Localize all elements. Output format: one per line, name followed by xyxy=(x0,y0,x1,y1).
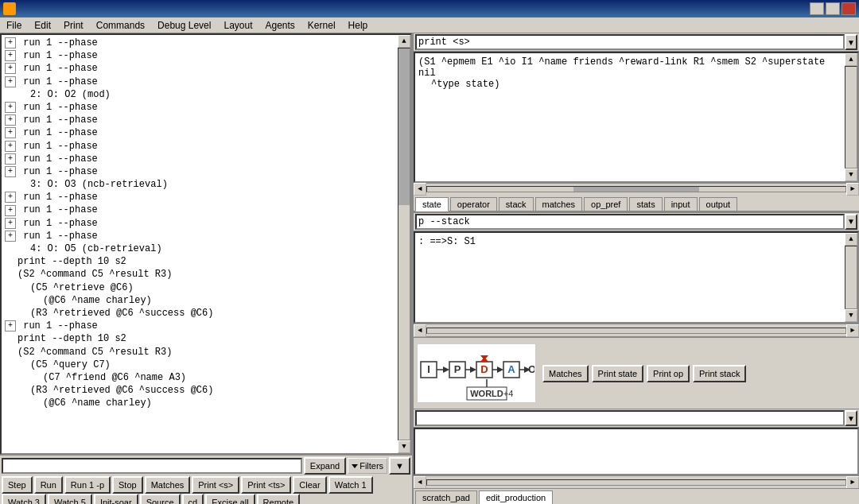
stack-dropdown-button[interactable]: ▼ xyxy=(845,214,857,230)
stack-vscroll-track xyxy=(845,246,857,309)
step-button[interactable]: Step xyxy=(2,476,33,494)
watch5-button[interactable]: Watch 5 xyxy=(48,494,92,504)
init-soar-button[interactable]: Init-soar xyxy=(94,494,138,504)
expand-icon-1[interactable]: + xyxy=(5,50,16,61)
expand-icon-12[interactable]: + xyxy=(5,192,16,203)
output-line-19: (C5 ^retrieve @C6) xyxy=(5,281,395,294)
tab-op-pref[interactable]: op_pref xyxy=(584,197,628,211)
expand-icon-6[interactable]: + xyxy=(5,114,16,126)
expand-icon-3[interactable]: + xyxy=(5,76,16,87)
tab-state[interactable]: state xyxy=(415,197,449,211)
menu-help[interactable]: Help xyxy=(342,18,375,33)
expand-icon-13[interactable]: + xyxy=(5,205,16,216)
menu-kernel[interactable]: Kernel xyxy=(301,18,342,33)
vscroll-up-button[interactable]: ▲ xyxy=(398,35,410,48)
minimize-button[interactable] xyxy=(810,2,824,15)
stack-vscroll[interactable]: ▲ ▼ xyxy=(845,233,857,322)
excise-all-button[interactable]: Excise all xyxy=(205,494,255,504)
maximize-button[interactable] xyxy=(826,2,840,15)
output-line-10: + run 1 --phase xyxy=(5,165,395,178)
expand-icon-0[interactable]: + xyxy=(5,37,16,48)
stack-scroll-left-button[interactable]: ◄ xyxy=(414,324,426,337)
output-line-13: + run 1 --phase xyxy=(5,204,395,216)
expand-icon-15[interactable]: + xyxy=(5,231,16,242)
stack-vscroll-down[interactable]: ▼ xyxy=(845,309,857,322)
expand-icon-7[interactable]: + xyxy=(5,127,16,138)
scroll-right-button[interactable]: ► xyxy=(846,183,859,196)
filter-options-button[interactable]: ▼ xyxy=(389,457,410,475)
scratch-output[interactable] xyxy=(414,428,859,475)
expand-button[interactable]: Expand xyxy=(304,457,346,475)
scratch-tab-edit-production[interactable]: edit_production xyxy=(479,490,553,504)
scratch-scroll-right-button[interactable]: ► xyxy=(846,476,859,489)
menu-file[interactable]: File xyxy=(0,18,28,33)
print-ts-button[interactable]: Print <ts> xyxy=(241,476,291,494)
close-button[interactable] xyxy=(842,2,856,15)
stack-command-area: ▼ xyxy=(414,213,859,231)
print-stack-button[interactable]: Print stack xyxy=(693,365,746,382)
tab-stack[interactable]: stack xyxy=(499,197,534,211)
right-top-hscroll[interactable]: ◄ ► xyxy=(414,183,859,196)
menu-edit[interactable]: Edit xyxy=(28,18,57,33)
menu-debug-level[interactable]: Debug Level xyxy=(151,18,217,33)
scroll-left-button[interactable]: ◄ xyxy=(414,183,426,196)
left-vscroll[interactable]: ▲ ▼ xyxy=(398,35,410,453)
stack-command-input[interactable] xyxy=(415,214,845,230)
agent-matches-button[interactable]: Matches xyxy=(542,365,589,382)
tab-output[interactable]: output xyxy=(699,197,738,211)
remote-button[interactable]: Remote xyxy=(257,494,301,504)
run1p-button[interactable]: Run 1 -p xyxy=(64,476,111,494)
cd-button[interactable]: cd xyxy=(182,494,204,504)
stack-output[interactable]: : ==>S: S1 ▲ ▼ xyxy=(414,231,859,324)
tab-matches[interactable]: matches xyxy=(535,197,583,211)
stack-scroll-right-button[interactable]: ► xyxy=(846,324,859,337)
stack-hscroll[interactable]: ◄ ► xyxy=(414,324,859,336)
vscroll-down-button[interactable]: ▼ xyxy=(398,440,410,453)
svg-text:+4: +4 xyxy=(503,389,513,398)
expand-icon-5[interactable]: + xyxy=(5,102,16,113)
watch1-button[interactable]: Watch 1 xyxy=(328,476,373,494)
scratch-scroll-left-button[interactable]: ◄ xyxy=(414,476,426,489)
output-area[interactable]: + run 1 --phase+ run 1 --phase+ run 1 --… xyxy=(0,33,412,455)
right-top-output[interactable]: (S1 ^epmem E1 ^io I1 ^name friends ^rewa… xyxy=(414,52,859,183)
scratch-command-input[interactable] xyxy=(415,410,845,426)
scratch-dropdown-button[interactable]: ▼ xyxy=(845,410,857,426)
expand-icon-22[interactable]: + xyxy=(5,320,16,331)
command-dropdown-button[interactable]: ▼ xyxy=(845,34,857,50)
stack-line: : ==>S: S1 xyxy=(418,236,843,247)
right-vscroll-down[interactable]: ▼ xyxy=(845,169,857,181)
source-button[interactable]: Source xyxy=(140,494,181,504)
scratch-hscroll[interactable]: ◄ ► xyxy=(414,475,859,488)
tab-input[interactable]: input xyxy=(664,197,698,211)
watch3-button[interactable]: Watch 3 xyxy=(2,494,46,504)
expand-icon-2[interactable]: + xyxy=(5,63,16,74)
window-controls xyxy=(810,2,856,15)
output-line-12: + run 1 --phase xyxy=(5,191,395,204)
tab-stats[interactable]: stats xyxy=(629,197,662,211)
expand-icon-8[interactable]: + xyxy=(5,141,16,152)
expand-icon-9[interactable]: + xyxy=(5,153,16,165)
tab-operator[interactable]: operator xyxy=(450,197,497,211)
button-row-1: Step Run Run 1 -p Stop Matches Print <s>… xyxy=(2,476,410,494)
menu-print[interactable]: Print xyxy=(57,18,90,33)
expand-input[interactable] xyxy=(2,458,302,474)
run-button[interactable]: Run xyxy=(34,476,63,494)
scratch-tab-scratch-pad[interactable]: scratch_pad xyxy=(415,490,477,504)
clear-button[interactable]: Clear xyxy=(293,476,326,494)
stop-button[interactable]: Stop xyxy=(112,476,143,494)
print-op-button[interactable]: Print op xyxy=(647,365,690,382)
agent-area: I P D xyxy=(414,338,859,409)
menu-agents[interactable]: Agents xyxy=(259,18,301,33)
right-top-vscroll[interactable]: ▲ ▼ xyxy=(845,53,857,181)
menu-commands[interactable]: Commands xyxy=(90,18,151,33)
expand-icon-10[interactable]: + xyxy=(5,166,16,177)
stack-vscroll-up[interactable]: ▲ xyxy=(845,233,857,246)
print-state-button[interactable]: Print state xyxy=(592,365,644,382)
right-vscroll-up[interactable]: ▲ xyxy=(845,53,857,66)
menu-layout[interactable]: Layout xyxy=(217,18,258,33)
command-input[interactable] xyxy=(415,34,845,50)
print-s-button[interactable]: Print <s> xyxy=(192,476,239,494)
matches-button[interactable]: Matches xyxy=(145,476,191,494)
expand-icon-14[interactable]: + xyxy=(5,218,16,229)
filters-button[interactable]: Filters xyxy=(348,458,387,474)
